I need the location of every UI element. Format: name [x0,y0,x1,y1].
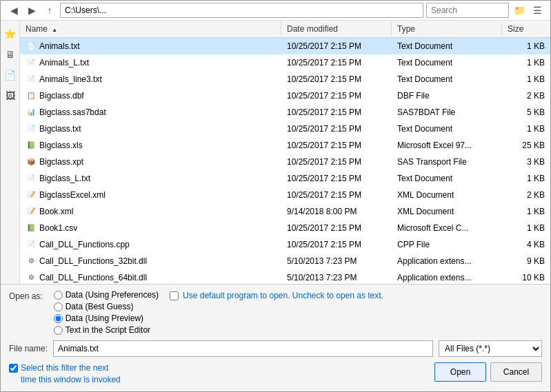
file-name: Animals.txt [39,40,80,52]
file-type: Microsoft Excel 97... [392,138,502,153]
default-program-checkbox[interactable] [170,291,179,300]
bottom-section: Open as: Data (Using Preferences)Data (B… [1,284,550,391]
file-date: 10/25/2017 2:15 PM [281,138,392,153]
dll-icon: ⚙ [26,256,37,267]
filter-label[interactable]: Select this filter the next time this wi… [21,362,124,386]
xml-icon: 📝 [26,206,37,217]
file-size: 3 KB [502,154,550,169]
file-date: 9/14/2018 8:00 PM [281,204,392,219]
col-size[interactable]: Size [502,22,550,36]
xls-icon: 📗 [26,140,37,151]
file-size: 4 KB [502,237,550,252]
view-button[interactable]: ☰ [530,3,545,18]
file-name: Bigclass.dbf [39,90,84,102]
radio-item-data_prev[interactable]: Data (Using Preview) [54,313,159,323]
table-row[interactable]: 📊 Bigclass.sas7bdat 10/25/2017 2:15 PM S… [20,104,550,121]
txt-icon: 📄 [26,74,37,85]
file-type: Text Document [392,72,502,87]
radio-item-data_best[interactable]: Data (Best Guess) [54,302,159,311]
new-folder-button[interactable]: 📁 [512,3,527,18]
file-date: 10/25/2017 2:15 PM [281,171,392,186]
table-row[interactable]: 📗 Book1.csv 10/25/2017 2:15 PM Microsoft… [20,220,550,236]
table-row[interactable]: 📄 Animals.txt 10/25/2017 2:15 PM Text Do… [20,38,550,54]
file-type: Application extens... [392,270,502,284]
file-name: Animals_L.txt [39,56,89,69]
radio-label-data_prefs[interactable]: Data (Using Preferences) [66,290,159,300]
search-input[interactable] [426,3,509,18]
file-size: 9 KB [502,254,550,269]
table-row[interactable]: 📄 Animals_L.txt 10/25/2017 2:15 PM Text … [20,54,550,71]
col-name[interactable]: Name ▲ [20,22,281,36]
table-row[interactable]: 📄 Bigclass_L.txt 10/25/2017 2:15 PM Text… [20,170,550,187]
col-date[interactable]: Date modified [281,22,392,36]
file-date: 10/25/2017 2:15 PM [281,154,392,169]
radio-data_prev[interactable] [54,314,63,323]
table-row[interactable]: 📝 BigclassExcel.xml 10/25/2017 2:15 PM X… [20,187,550,203]
open-button[interactable]: Open [434,362,486,382]
documents-button[interactable]: 📄 [3,68,18,83]
table-row[interactable]: 📗 Bigclass.xls 10/25/2017 2:15 PM Micros… [20,137,550,154]
file-type: XML Document [392,204,502,219]
txt-icon: 📄 [26,173,37,184]
txt-icon: 📄 [26,41,37,52]
radio-item-text_script[interactable]: Text in the Script Editor [54,325,159,335]
file-size: 25 KB [502,138,550,153]
file-size: 1 KB [502,39,550,54]
file-type: DBF File [392,88,502,103]
forward-button[interactable]: ▶ [24,3,39,18]
table-row[interactable]: 📝 Book.xml 9/14/2018 8:00 PM XML Documen… [20,203,550,220]
dbf-icon: 📋 [26,90,37,101]
table-row[interactable]: 📄 Call_DLL_Functions.cpp 10/25/2017 2:15… [20,236,550,253]
file-size: 1 KB [502,204,550,219]
filter-checkbox[interactable] [9,364,18,373]
quick-access-button[interactable]: ⭐ [3,26,18,41]
file-date: 10/25/2017 2:15 PM [281,55,392,70]
cancel-button[interactable]: Cancel [490,362,542,382]
table-row[interactable]: 📦 Bigclass.xpt 10/25/2017 2:15 PM SAS Tr… [20,154,550,170]
up-button[interactable]: ↑ [42,3,57,18]
file-type: XML Document [392,187,502,203]
main-content: ⭐ 🖥 📄 🖼 Name ▲ Date modified Type Size [1,21,550,284]
radio-text_script[interactable] [54,326,63,335]
pictures-button[interactable]: 🖼 [3,88,18,103]
file-size: 1 KB [502,121,550,136]
radio-label-text_script[interactable]: Text in the Script Editor [66,325,150,335]
file-date: 5/10/2013 7:23 PM [281,254,392,269]
table-row[interactable]: ⚙ Call_DLL_Functions_64bit.dll 5/10/2013… [20,269,550,284]
file-name-label: File name: [9,344,48,353]
file-date: 10/25/2017 2:15 PM [281,88,392,103]
default-program-label[interactable]: Use default program to open. Uncheck to … [183,290,383,302]
file-name-section: File name: All Files (*.*) [9,340,542,357]
back-button[interactable]: ◀ [6,3,21,18]
table-row[interactable]: 📄 Animals_line3.txt 10/25/2017 2:15 PM T… [20,71,550,87]
bottom-row: Select this filter the next time this wi… [9,362,542,386]
address-input[interactable] [60,3,423,18]
filter-checkbox-section: Select this filter the next time this wi… [9,362,124,386]
table-row[interactable]: 📄 Bigclass.txt 10/25/2017 2:15 PM Text D… [20,121,550,137]
left-nav: ⭐ 🖥 📄 🖼 [1,21,20,284]
file-name: Call_DLL_Functions_32bit.dll [39,255,147,267]
file-type: Text Document [392,39,502,54]
radio-label-data_best[interactable]: Data (Best Guess) [66,302,134,311]
col-type[interactable]: Type [392,22,502,36]
table-row[interactable]: ⚙ Call_DLL_Functions_32bit.dll 5/10/2013… [20,253,550,269]
radio-item-data_prefs[interactable]: Data (Using Preferences) [54,290,159,300]
file-type-select[interactable]: All Files (*.*) [439,340,542,357]
file-name: Bigclass.sas7bdat [39,106,106,118]
cpp-icon: 📄 [26,239,37,250]
file-size: 5 KB [502,105,550,120]
file-date: 10/25/2017 2:15 PM [281,72,392,87]
radio-label-data_prev[interactable]: Data (Using Preview) [66,313,143,323]
table-row[interactable]: 📋 Bigclass.dbf 10/25/2017 2:15 PM DBF Fi… [20,87,550,104]
file-name: Call_DLL_Functions_64bit.dll [39,271,147,284]
file-name: Call_DLL_Functions.cpp [39,238,130,251]
file-size: 1 KB [502,72,550,87]
file-list-scroll[interactable]: 📄 Animals.txt 10/25/2017 2:15 PM Text Do… [20,38,550,284]
file-type: SAS Transport File [392,154,502,169]
file-name-input[interactable] [53,340,433,357]
xml-icon: 📝 [26,189,37,200]
file-list-container: Name ▲ Date modified Type Size 📄 Animals… [20,21,550,284]
radio-data_best[interactable] [54,302,63,311]
radio-data_prefs[interactable] [54,291,63,300]
desktop-button[interactable]: 🖥 [3,47,18,62]
